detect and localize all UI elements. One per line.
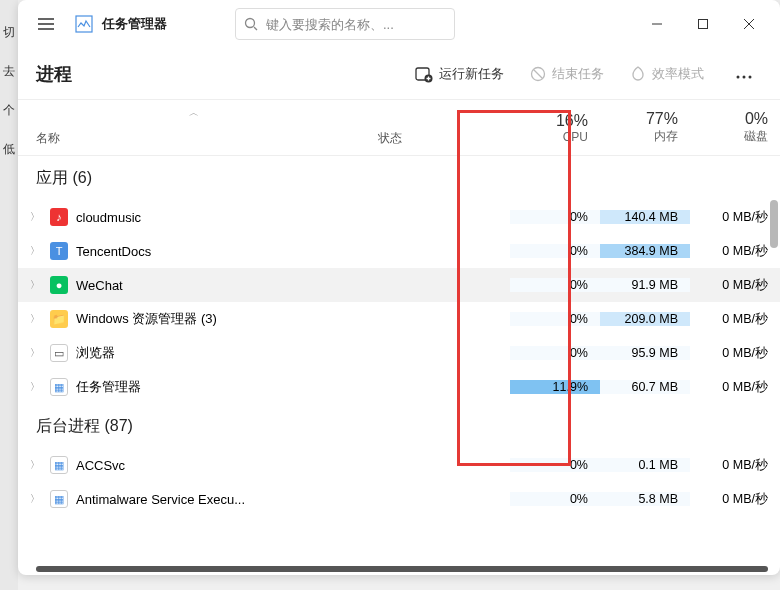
expand-icon[interactable]: 〉 — [28, 492, 42, 506]
search-box[interactable] — [235, 8, 455, 40]
maximize-button[interactable] — [680, 4, 726, 44]
close-button[interactable] — [726, 4, 772, 44]
process-row[interactable]: 〉📁Windows 资源管理器 (3)0%209.0 MB0 MB/秒 — [18, 302, 780, 336]
bg-text: 去 — [0, 61, 18, 82]
run-new-task-label: 运行新任务 — [439, 65, 504, 83]
process-list: 应用 (6)〉♪cloudmusic0%140.4 MB0 MB/秒〉TTenc… — [18, 156, 780, 575]
more-options-button[interactable] — [726, 59, 762, 89]
process-icon: ▭ — [50, 344, 68, 362]
cpu-cell: 0% — [510, 492, 600, 506]
bg-text: 个 — [0, 100, 18, 121]
column-header-disk[interactable]: 0% 磁盘 — [690, 100, 780, 155]
horizontal-scrollbar[interactable] — [36, 566, 768, 572]
process-row[interactable]: 〉▦ACCSvc0%0.1 MB0 MB/秒 — [18, 448, 780, 482]
process-name: 浏览器 — [76, 344, 115, 362]
group-label: 应用 (6) — [36, 168, 92, 189]
end-task-label: 结束任务 — [552, 65, 604, 83]
svg-rect-2 — [699, 20, 708, 29]
column-headers: ︿ 名称 状态 16% CPU 77% 内存 0% 磁盘 — [18, 100, 780, 156]
memory-cell: 209.0 MB — [600, 312, 690, 326]
process-name: Antimalware Service Execu... — [76, 492, 245, 507]
minimize-icon — [651, 18, 663, 30]
memory-cell: 60.7 MB — [600, 380, 690, 394]
cpu-total-value: 16% — [556, 112, 588, 130]
cpu-cell: 0% — [510, 346, 600, 360]
memory-label: 内存 — [654, 128, 678, 145]
memory-cell: 0.1 MB — [600, 458, 690, 472]
process-icon: ● — [50, 276, 68, 294]
vertical-scrollbar[interactable] — [770, 200, 778, 248]
task-manager-window: 任务管理器 进程 运行新任务 结束任务 效率模式 — [18, 0, 780, 575]
process-row[interactable]: 〉▦Antimalware Service Execu...0%5.8 MB0 … — [18, 482, 780, 516]
expand-icon[interactable]: 〉 — [28, 312, 42, 326]
process-name: Windows 资源管理器 (3) — [76, 310, 217, 328]
group-label: 后台进程 (87) — [36, 416, 133, 437]
background-window-sliver: 切 去 个 低 — [0, 0, 18, 590]
close-icon — [743, 18, 755, 30]
app-icon — [74, 14, 94, 34]
column-header-cpu[interactable]: 16% CPU — [510, 100, 600, 155]
toolbar: 进程 运行新任务 结束任务 效率模式 — [18, 48, 780, 100]
efficiency-mode-button: 效率模式 — [626, 59, 708, 89]
memory-cell: 140.4 MB — [600, 210, 690, 224]
disk-total-value: 0% — [745, 110, 768, 128]
process-icon: ♪ — [50, 208, 68, 226]
run-task-icon — [415, 65, 433, 83]
svg-rect-0 — [76, 16, 92, 32]
memory-cell: 95.9 MB — [600, 346, 690, 360]
svg-point-1 — [246, 19, 255, 28]
process-row[interactable]: 〉♪cloudmusic0%140.4 MB0 MB/秒 — [18, 200, 780, 234]
expand-icon[interactable]: 〉 — [28, 458, 42, 472]
expand-icon[interactable]: 〉 — [28, 380, 42, 394]
cpu-cell: 0% — [510, 210, 600, 224]
process-icon: ▦ — [50, 378, 68, 396]
cpu-cell: 0% — [510, 312, 600, 326]
process-icon: ▦ — [50, 456, 68, 474]
column-header-name[interactable]: ︿ 名称 — [18, 100, 370, 155]
expand-icon[interactable]: 〉 — [28, 210, 42, 224]
process-name: ACCSvc — [76, 458, 125, 473]
disk-cell: 0 MB/秒 — [690, 243, 780, 260]
efficiency-label: 效率模式 — [652, 65, 704, 83]
disk-cell: 0 MB/秒 — [690, 457, 780, 474]
disk-cell: 0 MB/秒 — [690, 311, 780, 328]
process-icon: 📁 — [50, 310, 68, 328]
cpu-label: CPU — [563, 130, 588, 144]
memory-total-value: 77% — [646, 110, 678, 128]
svg-point-8 — [749, 75, 752, 78]
window-controls — [634, 4, 772, 44]
minimize-button[interactable] — [634, 4, 680, 44]
group-background[interactable]: 后台进程 (87) — [18, 404, 780, 448]
cpu-cell: 0% — [510, 278, 600, 292]
process-icon: T — [50, 242, 68, 260]
svg-point-6 — [737, 75, 740, 78]
disk-cell: 0 MB/秒 — [690, 491, 780, 508]
process-row[interactable]: 〉▭浏览器0%95.9 MB0 MB/秒 — [18, 336, 780, 370]
titlebar: 任务管理器 — [18, 0, 780, 48]
more-icon — [736, 75, 752, 79]
process-name: cloudmusic — [76, 210, 141, 225]
sort-indicator-icon: ︿ — [189, 106, 199, 120]
end-task-icon — [530, 66, 546, 82]
process-row[interactable]: 〉TTencentDocs0%384.9 MB0 MB/秒 — [18, 234, 780, 268]
hamburger-menu-button[interactable] — [26, 4, 66, 44]
efficiency-icon — [630, 66, 646, 82]
bg-text: 切 — [0, 22, 18, 43]
expand-icon[interactable]: 〉 — [28, 244, 42, 258]
cpu-cell: 11.9% — [510, 380, 600, 394]
run-new-task-button[interactable]: 运行新任务 — [411, 59, 508, 89]
column-header-memory[interactable]: 77% 内存 — [600, 100, 690, 155]
disk-label: 磁盘 — [744, 128, 768, 145]
cpu-cell: 0% — [510, 244, 600, 258]
maximize-icon — [697, 18, 709, 30]
column-header-status[interactable]: 状态 — [370, 100, 510, 155]
group-apps[interactable]: 应用 (6) — [18, 156, 780, 200]
expand-icon[interactable]: 〉 — [28, 278, 42, 292]
bg-text: 低 — [0, 139, 18, 160]
expand-icon[interactable]: 〉 — [28, 346, 42, 360]
search-input[interactable] — [266, 17, 446, 32]
process-row[interactable]: 〉●WeChat0%91.9 MB0 MB/秒 — [18, 268, 780, 302]
process-name: TencentDocs — [76, 244, 151, 259]
app-title: 任务管理器 — [102, 15, 167, 33]
process-row[interactable]: 〉▦任务管理器11.9%60.7 MB0 MB/秒 — [18, 370, 780, 404]
